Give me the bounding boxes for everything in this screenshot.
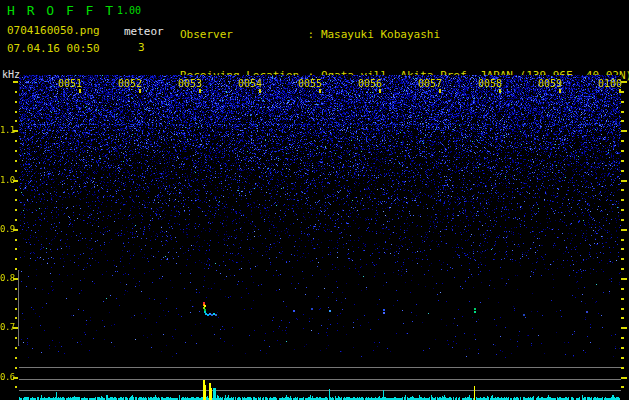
freq-tick-label: 0.6	[0, 372, 14, 382]
freq-minor-tick-right	[621, 150, 624, 152]
level-graph-canvas	[19, 360, 621, 400]
time-tick	[559, 89, 561, 93]
freq-minor-tick-left	[15, 347, 17, 349]
freq-minor-tick-right	[621, 248, 624, 250]
freq-minor-tick-left	[15, 288, 17, 290]
time-tick	[439, 89, 441, 93]
freq-minor-tick-right	[621, 347, 624, 349]
time-tick-label: 0051	[56, 78, 82, 89]
freq-minor-tick-right	[621, 101, 624, 103]
info-separator: :	[301, 28, 321, 41]
time-tick	[259, 89, 261, 93]
observation-datetime: 07.04.16 00:50	[7, 42, 100, 55]
freq-major-tick-left	[13, 81, 18, 83]
freq-major-tick-right	[621, 81, 627, 83]
freq-minor-tick-right	[621, 268, 624, 270]
freq-minor-tick-right	[621, 140, 624, 142]
freq-minor-tick-right	[621, 209, 624, 211]
hrofft-output-screen: H R O F F T 1.00 0704160050.png meteor 0…	[0, 0, 629, 400]
freq-minor-tick-left	[15, 101, 17, 103]
freq-minor-tick-right	[621, 357, 624, 359]
freq-tick-label: 0.9	[0, 224, 14, 234]
time-tick	[319, 89, 321, 93]
time-tick-label: 0059	[536, 78, 562, 89]
time-tick-label: 0058	[476, 78, 502, 89]
output-filename: 0704160050.png	[7, 24, 100, 37]
freq-unit-label: kHz	[2, 69, 20, 80]
freq-minor-tick-right	[621, 367, 624, 369]
freq-major-tick-right	[621, 377, 627, 379]
freq-minor-tick-left	[15, 298, 17, 300]
freq-tick-label: 0.7	[0, 322, 14, 332]
freq-tick-label: 0.8	[0, 273, 14, 283]
left-edge-artifact	[18, 270, 19, 346]
freq-minor-tick-left	[15, 209, 17, 211]
freq-major-tick-right	[621, 278, 627, 280]
freq-minor-tick-left	[15, 140, 17, 142]
freq-tick-label: 1.1	[0, 125, 14, 135]
freq-tick-label: 1.0	[0, 175, 14, 185]
info-row-observer: Observer : Masayuki Kobayashi	[180, 28, 629, 42]
freq-minor-tick-left	[15, 239, 17, 241]
freq-minor-tick-left	[15, 248, 17, 250]
time-tick	[499, 89, 501, 93]
freq-minor-tick-left	[15, 386, 17, 388]
freq-minor-tick-right	[621, 308, 624, 310]
freq-minor-tick-left	[15, 91, 17, 93]
freq-major-tick-right	[621, 229, 627, 231]
freq-minor-tick-left	[15, 308, 17, 310]
freq-minor-tick-right	[621, 189, 624, 191]
time-tick-label: 0057	[416, 78, 442, 89]
freq-major-tick-right	[621, 130, 627, 132]
time-tick-label: 0052	[116, 78, 142, 89]
freq-minor-tick-left	[15, 150, 17, 152]
freq-minor-tick-right	[621, 199, 624, 201]
observation-mode-label: meteor	[124, 25, 164, 38]
time-tick-label: 0053	[176, 78, 202, 89]
meteor-count-value: 3	[138, 41, 145, 54]
freq-minor-tick-left	[15, 160, 17, 162]
freq-minor-tick-left	[15, 120, 17, 122]
freq-minor-tick-left	[15, 317, 17, 319]
freq-minor-tick-left	[15, 170, 17, 172]
time-tick	[199, 89, 201, 93]
freq-minor-tick-right	[621, 288, 624, 290]
freq-minor-tick-right	[621, 317, 624, 319]
spectrogram-canvas	[19, 75, 621, 358]
info-label: Observer	[180, 28, 301, 42]
freq-minor-tick-left	[15, 189, 17, 191]
freq-minor-tick-right	[621, 239, 624, 241]
freq-minor-tick-right	[621, 337, 624, 339]
freq-minor-tick-left	[15, 199, 17, 201]
freq-minor-tick-right	[621, 386, 624, 388]
freq-minor-tick-left	[15, 367, 17, 369]
freq-minor-tick-right	[621, 120, 624, 122]
app-title: H R O F F T	[7, 3, 115, 18]
freq-minor-tick-left	[15, 111, 17, 113]
freq-minor-tick-right	[621, 91, 624, 93]
freq-minor-tick-left	[15, 357, 17, 359]
freq-major-tick-right	[621, 327, 627, 329]
time-tick-label: 0055	[296, 78, 322, 89]
freq-minor-tick-left	[15, 337, 17, 339]
app-version: 1.00	[117, 5, 141, 16]
time-tick-label: 0056	[356, 78, 382, 89]
info-value: Masayuki Kobayashi	[321, 28, 440, 41]
freq-minor-tick-right	[621, 160, 624, 162]
freq-minor-tick-right	[621, 219, 624, 221]
time-tick	[379, 89, 381, 93]
freq-minor-tick-left	[15, 219, 17, 221]
time-tick	[79, 89, 81, 93]
freq-minor-tick-right	[621, 258, 624, 260]
freq-minor-tick-right	[621, 170, 624, 172]
freq-minor-tick-left	[15, 268, 17, 270]
freq-minor-tick-left	[15, 258, 17, 260]
freq-minor-tick-right	[621, 111, 624, 113]
time-tick-label: 0100	[596, 78, 622, 89]
time-tick	[139, 89, 141, 93]
freq-minor-tick-right	[621, 298, 624, 300]
time-tick-label: 0054	[236, 78, 262, 89]
freq-major-tick-right	[621, 180, 627, 182]
